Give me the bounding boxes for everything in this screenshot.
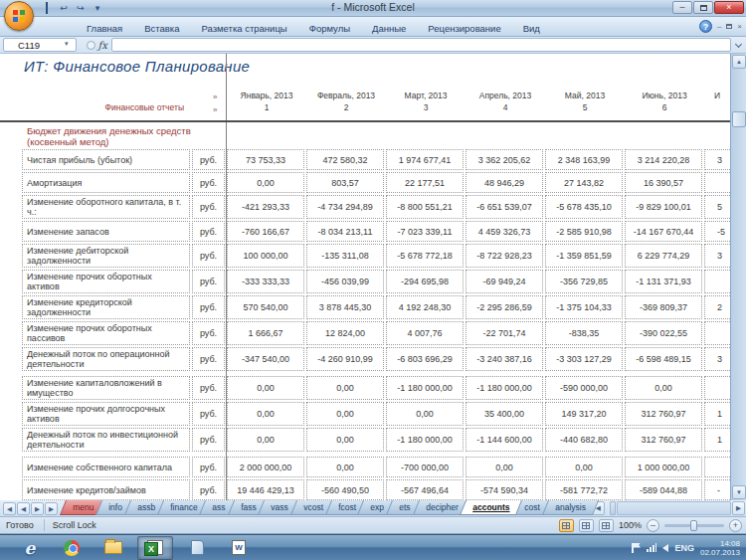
internet-explorer-taskbar-button[interactable]: e bbox=[12, 536, 48, 560]
zoom-level[interactable]: 100% bbox=[619, 520, 642, 530]
value-cell[interactable]: 16 390,57 bbox=[625, 172, 702, 193]
ribbon-tab-2[interactable]: Вставка bbox=[135, 20, 188, 36]
value-cell[interactable]: -347 540,00 bbox=[227, 347, 304, 371]
language-indicator[interactable]: ENG bbox=[674, 543, 694, 553]
value-cell-clipped[interactable]: 1 bbox=[704, 428, 730, 452]
month-header-3[interactable]: Март, 20133 bbox=[386, 91, 466, 112]
explorer-folder-taskbar-button[interactable] bbox=[95, 536, 131, 560]
value-cell[interactable]: -581 772,72 bbox=[545, 479, 623, 500]
value-cell-clipped[interactable] bbox=[704, 321, 730, 345]
value-cell[interactable]: 4 007,76 bbox=[386, 321, 464, 345]
value-cell[interactable]: 0,00 bbox=[227, 428, 304, 452]
value-cell-clipped[interactable]: 5 bbox=[704, 195, 730, 219]
value-cell-clipped[interactable]: 3 bbox=[704, 149, 730, 170]
value-cell[interactable]: 48 946,29 bbox=[466, 172, 543, 193]
ribbon-tab-3[interactable]: Разметка страницы bbox=[192, 20, 295, 36]
row-unit-cell[interactable]: руб. bbox=[192, 270, 225, 293]
row-unit-cell[interactable]: руб. bbox=[192, 457, 225, 477]
value-cell-clipped[interactable]: - bbox=[704, 479, 730, 500]
value-cell[interactable]: -760 166,67 bbox=[227, 221, 304, 242]
sheet-tab-analysis[interactable]: analysis bbox=[542, 500, 599, 515]
row-unit-cell[interactable]: руб. bbox=[192, 479, 225, 500]
clock[interactable]: 14:08 02.07.2013 bbox=[700, 539, 740, 557]
value-cell[interactable]: -369 809,37 bbox=[625, 295, 702, 319]
value-cell[interactable]: -6 651 539,07 bbox=[466, 195, 543, 219]
month-header-4[interactable]: Апрель, 20134 bbox=[466, 91, 545, 112]
value-cell[interactable]: -390 022,55 bbox=[625, 321, 702, 345]
value-cell[interactable]: 12 824,00 bbox=[306, 321, 384, 345]
value-cell[interactable]: -7 023 339,11 bbox=[386, 221, 464, 242]
value-cell[interactable]: -1 359 851,59 bbox=[545, 244, 623, 268]
value-cell[interactable]: -4 734 294,89 bbox=[306, 195, 384, 219]
value-cell[interactable]: 19 446 429,13 bbox=[227, 479, 304, 500]
value-cell[interactable]: -1 144 600,00 bbox=[466, 428, 543, 452]
value-cell[interactable]: 4 459 326,73 bbox=[466, 221, 543, 242]
value-cell[interactable]: -356 729,85 bbox=[545, 270, 623, 293]
value-cell[interactable]: 27 143,82 bbox=[545, 172, 623, 193]
value-cell[interactable]: -838,35 bbox=[545, 321, 623, 345]
value-cell-clipped[interactable]: 1 bbox=[704, 402, 730, 426]
vertical-scroll-thumb[interactable] bbox=[732, 111, 746, 127]
value-cell[interactable]: -421 293,33 bbox=[227, 195, 304, 219]
value-cell[interactable]: -1 180 000,00 bbox=[466, 376, 543, 400]
ribbon-tab-5[interactable]: Данные bbox=[363, 20, 415, 36]
row-label-cell[interactable]: Изменение прочих оборотных пассивов bbox=[22, 321, 190, 345]
ribbon-tab-1[interactable]: Главная bbox=[78, 20, 131, 36]
ribbon-tab-7[interactable]: Вид bbox=[514, 20, 549, 36]
prev-sheet-button[interactable]: ◀ bbox=[17, 502, 30, 515]
value-cell[interactable]: -5 678 435,10 bbox=[545, 195, 623, 219]
value-cell[interactable]: -456 039,99 bbox=[306, 270, 384, 293]
row-label-cell[interactable]: Чистая прибыль (убыток) bbox=[22, 149, 190, 170]
vertical-scrollbar[interactable]: ▲ ▼ bbox=[730, 54, 746, 500]
help-button[interactable]: ? bbox=[699, 20, 712, 33]
value-cell[interactable]: -14 167 670,44 bbox=[625, 221, 702, 242]
value-cell[interactable]: 0,00 bbox=[227, 172, 304, 193]
ribbon-tab-6[interactable]: Рецензирование bbox=[419, 20, 509, 36]
value-cell[interactable]: -9 829 100,01 bbox=[625, 195, 702, 219]
value-cell[interactable]: 22 177,51 bbox=[386, 172, 464, 193]
value-cell[interactable]: -1 180 000,00 bbox=[386, 428, 464, 452]
row-unit-cell[interactable]: руб. bbox=[192, 295, 225, 319]
value-cell[interactable]: -2 295 286,59 bbox=[466, 295, 543, 319]
value-cell[interactable]: 0,00 bbox=[625, 376, 702, 400]
ribbon-tab-4[interactable]: Формулы bbox=[300, 20, 359, 36]
value-cell[interactable]: 3 878 445,30 bbox=[306, 295, 384, 319]
value-cell[interactable]: -560 490,50 bbox=[306, 479, 384, 500]
value-cell-clipped[interactable] bbox=[704, 457, 730, 477]
sheet-tab-accounts[interactable]: accounts bbox=[460, 500, 522, 515]
value-cell-clipped[interactable]: 3 bbox=[704, 347, 730, 371]
value-cell[interactable]: 3 362 205,62 bbox=[466, 149, 543, 170]
value-cell[interactable]: 0,00 bbox=[466, 457, 543, 477]
value-cell[interactable]: -590 000,00 bbox=[545, 376, 623, 400]
office-button[interactable] bbox=[4, 1, 34, 31]
value-cell[interactable]: 0,00 bbox=[306, 402, 384, 426]
value-cell[interactable]: 3 214 220,28 bbox=[625, 149, 702, 170]
value-cell[interactable]: -333 333,33 bbox=[227, 270, 304, 293]
value-cell[interactable]: 0,00 bbox=[227, 402, 304, 426]
value-cell[interactable]: 0,00 bbox=[306, 457, 384, 477]
value-cell-clipped[interactable] bbox=[704, 270, 730, 293]
workbook-close-button[interactable]: × bbox=[737, 22, 742, 32]
row-unit-cell[interactable]: руб. bbox=[192, 244, 225, 268]
value-cell[interactable]: 0,00 bbox=[386, 402, 464, 426]
value-cell[interactable]: -8 034 213,11 bbox=[306, 221, 384, 242]
value-cell[interactable]: -6 803 696,29 bbox=[386, 347, 464, 371]
formula-input[interactable] bbox=[111, 38, 731, 52]
value-cell[interactable]: 1 000 000,00 bbox=[625, 457, 702, 477]
row-unit-cell[interactable]: руб. bbox=[192, 221, 225, 242]
value-cell[interactable]: 0,00 bbox=[545, 457, 623, 477]
month-header-1[interactable]: Январь, 20131 bbox=[227, 91, 306, 112]
page-layout-view-button[interactable] bbox=[579, 519, 594, 532]
action-center-flag-icon[interactable] bbox=[632, 543, 641, 553]
zoom-in-button[interactable]: + bbox=[729, 519, 742, 532]
last-sheet-button[interactable]: ▶ bbox=[45, 502, 58, 515]
value-cell[interactable]: 570 540,00 bbox=[227, 295, 304, 319]
row-label-cell[interactable]: Изменение прочих долгосрочных активов bbox=[22, 402, 190, 426]
page-break-view-button[interactable] bbox=[599, 519, 614, 532]
value-cell[interactable]: -2 585 910,98 bbox=[545, 221, 623, 242]
minimize-button[interactable]: – bbox=[672, 1, 692, 14]
row-label-cell[interactable]: Изменение собственного капитала bbox=[22, 457, 190, 477]
zoom-slider-thumb[interactable] bbox=[690, 520, 697, 531]
value-cell-clipped[interactable] bbox=[704, 376, 730, 400]
value-cell[interactable]: -8 800 551,21 bbox=[386, 195, 464, 219]
